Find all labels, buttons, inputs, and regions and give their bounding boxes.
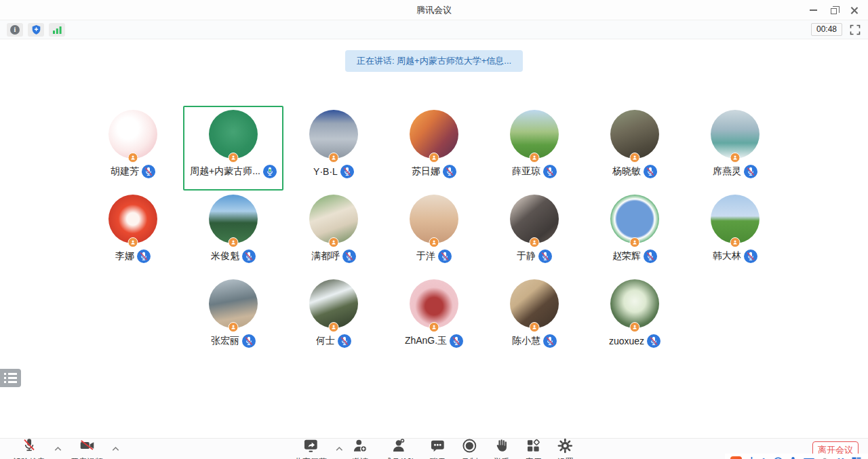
mic-status-icon bbox=[644, 250, 657, 263]
restore-button[interactable] bbox=[823, 0, 844, 20]
host-badge-icon bbox=[630, 322, 640, 332]
participant-name-row: 李娜 bbox=[115, 250, 151, 263]
participant-name: ZhAnG.玉 bbox=[405, 335, 447, 347]
share-screen-button[interactable]: 共享屏幕 bbox=[288, 437, 333, 459]
participant-tile[interactable]: 周越+内蒙古师... bbox=[183, 106, 283, 191]
invite-button[interactable]: 邀请 bbox=[346, 437, 375, 459]
apps-label: 应用 bbox=[526, 456, 542, 459]
voice-input-icon[interactable] bbox=[789, 456, 797, 459]
meeting-info-button[interactable]: i bbox=[7, 23, 23, 37]
members-icon bbox=[391, 437, 408, 454]
fullscreen-icon[interactable] bbox=[849, 24, 861, 36]
participant-name: 何士 bbox=[316, 335, 335, 347]
mic-status-icon bbox=[543, 165, 557, 178]
participant-tile[interactable]: 满都呼 bbox=[283, 191, 384, 275]
raise-hand-icon bbox=[493, 437, 510, 454]
mic-status-icon bbox=[242, 334, 256, 348]
members-button[interactable]: 成员(19) bbox=[378, 437, 420, 459]
participant-tile[interactable]: zuoxuez bbox=[585, 275, 685, 360]
participant-tile[interactable]: 苏日娜 bbox=[384, 106, 484, 191]
participant-tile[interactable]: 席燕灵 bbox=[685, 106, 785, 191]
participant-name: 米俊魁 bbox=[211, 250, 239, 262]
participant-avatar bbox=[510, 195, 559, 243]
settings-button[interactable]: 设置 bbox=[551, 437, 580, 459]
participant-avatar-wrap bbox=[610, 279, 659, 328]
participant-tile[interactable]: 于静 bbox=[484, 191, 585, 275]
mic-status-icon bbox=[137, 250, 151, 263]
top-toolbar: i 00:48 bbox=[0, 20, 868, 39]
unmute-button[interactable]: 解除静音 bbox=[7, 437, 52, 459]
participant-name-row: 薛亚琼 bbox=[512, 165, 557, 178]
participant-name: 满都呼 bbox=[311, 250, 340, 262]
participant-avatar bbox=[309, 110, 358, 159]
mic-muted-icon bbox=[20, 437, 38, 454]
mic-status-icon bbox=[644, 165, 657, 178]
participant-tile[interactable]: 米俊魁 bbox=[183, 191, 283, 275]
share-options-chevron[interactable] bbox=[336, 442, 343, 454]
participant-tile[interactable]: 胡建芳 bbox=[83, 106, 183, 191]
participant-avatar-wrap bbox=[610, 110, 659, 159]
participant-name-row: 韩大林 bbox=[713, 250, 757, 263]
participant-avatar bbox=[209, 110, 258, 159]
share-screen-label: 共享屏幕 bbox=[294, 456, 327, 459]
start-video-button[interactable]: 开启视频 bbox=[64, 437, 109, 459]
participant-name: 于静 bbox=[517, 250, 536, 262]
video-options-chevron[interactable] bbox=[112, 442, 119, 454]
meeting-info-group: i bbox=[7, 23, 65, 37]
audio-video-group: 解除静音 开启视频 bbox=[7, 437, 119, 459]
participant-avatar bbox=[610, 110, 659, 159]
participant-name-row: Y·B·L bbox=[313, 165, 354, 178]
info-icon: i bbox=[10, 25, 20, 35]
participant-avatar-wrap bbox=[309, 195, 358, 243]
sogou-logo-icon[interactable]: S bbox=[730, 456, 742, 459]
participant-name-row: 胡建芳 bbox=[111, 165, 155, 178]
participant-tile[interactable]: ZhAnG.玉 bbox=[384, 275, 484, 360]
participant-tile[interactable]: 陈小慧 bbox=[484, 275, 585, 360]
participant-name: 赵荣辉 bbox=[612, 250, 641, 262]
participant-name: 李娜 bbox=[115, 250, 134, 262]
audio-options-chevron[interactable] bbox=[54, 442, 62, 454]
participant-tile[interactable]: 张宏丽 bbox=[183, 275, 283, 360]
close-button[interactable] bbox=[844, 0, 864, 20]
apps-button[interactable]: 应用 bbox=[519, 437, 548, 459]
minimize-button[interactable] bbox=[803, 0, 823, 20]
record-button[interactable]: 录制 bbox=[455, 437, 484, 459]
emoji-icon[interactable] bbox=[773, 457, 783, 459]
network-status-button[interactable] bbox=[49, 23, 65, 37]
raise-hand-button[interactable]: 举手 bbox=[487, 437, 516, 459]
member-list-toggle-button[interactable] bbox=[0, 369, 21, 387]
settings-gear-icon bbox=[557, 437, 574, 454]
participant-tile[interactable]: 何士 bbox=[283, 275, 384, 360]
participant-tile[interactable]: Y·B·L bbox=[283, 106, 384, 191]
participant-name-row: 于洋 bbox=[416, 250, 452, 263]
participant-tile[interactable]: 杨晓敏 bbox=[585, 106, 685, 191]
participant-avatar-wrap bbox=[209, 110, 258, 159]
security-button[interactable] bbox=[28, 23, 44, 37]
participant-avatar-wrap bbox=[309, 279, 358, 328]
participant-tile[interactable]: 于洋 bbox=[384, 191, 484, 275]
participant-name-row: 张宏丽 bbox=[211, 334, 256, 348]
members-label: 成员(19) bbox=[384, 456, 414, 459]
participant-avatar-wrap bbox=[610, 195, 659, 243]
chat-button[interactable]: 聊天 bbox=[423, 437, 452, 459]
host-badge-icon bbox=[229, 322, 239, 332]
participant-tile[interactable]: 薛亚琼 bbox=[484, 106, 585, 191]
host-badge-icon bbox=[530, 153, 540, 163]
mic-status-icon bbox=[242, 250, 256, 263]
host-badge-icon bbox=[128, 153, 138, 163]
user-profile-icon[interactable] bbox=[821, 457, 830, 459]
participant-avatar-wrap bbox=[410, 110, 458, 159]
participant-tile[interactable]: 赵荣辉 bbox=[585, 191, 685, 275]
participant-tile[interactable]: 李娜 bbox=[83, 191, 183, 275]
participant-tile[interactable]: 韩大林 bbox=[685, 191, 785, 275]
participant-name: 周越+内蒙古师... bbox=[190, 165, 260, 178]
window-controls bbox=[803, 0, 864, 20]
settings-label: 设置 bbox=[557, 456, 574, 459]
participant-name-row: 何士 bbox=[316, 334, 351, 348]
participant-avatar-wrap bbox=[108, 195, 157, 243]
participant-avatar-wrap bbox=[309, 110, 358, 159]
toolbar-center-group: 共享屏幕 邀请 bbox=[288, 437, 580, 459]
participant-name: zuoxuez bbox=[609, 336, 644, 346]
restore-icon bbox=[831, 8, 837, 14]
participant-name-row: 于静 bbox=[517, 250, 552, 263]
